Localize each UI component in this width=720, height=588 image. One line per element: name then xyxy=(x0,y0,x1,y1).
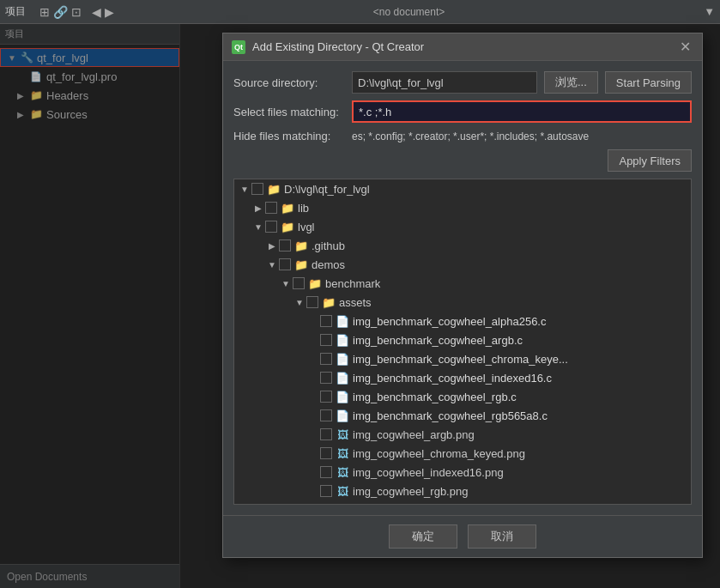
toolbar-dropdown-icon[interactable]: ▼ xyxy=(704,5,715,18)
checkbox-root[interactable] xyxy=(251,183,263,195)
file-tree-container[interactable]: ▼ 📁 D:\lvgl\qt_for_lvgl ▶ 📁 lib ▼ xyxy=(233,179,692,505)
checkbox-f6[interactable] xyxy=(320,409,332,421)
folder-icon-github: 📁 xyxy=(294,239,308,252)
ft-item-f1[interactable]: 📄 img_benchmark_cogwheel_alpha256.c xyxy=(234,312,691,330)
toolbar-icon-link[interactable]: 🔗 xyxy=(53,5,68,19)
ft-label-f1: img_benchmark_cogwheel_alpha256.c xyxy=(353,315,546,328)
ft-item-benchmark[interactable]: ▼ 📁 benchmark xyxy=(234,274,691,293)
select-files-input[interactable] xyxy=(352,100,692,123)
png-file-icon: 🖼 xyxy=(336,484,349,498)
ft-item-f8[interactable]: 🖼 img_cogwheel_chroma_keyed.png xyxy=(234,444,691,463)
toolbar-icon-expand[interactable]: ⊡ xyxy=(71,5,82,19)
checkbox-f9[interactable] xyxy=(320,466,332,478)
hide-files-label: Hide files matching: xyxy=(233,130,345,142)
ft-label-demos: demos xyxy=(312,258,345,271)
apply-filters-button[interactable]: Apply Filters xyxy=(608,149,692,172)
ft-item-lvgl[interactable]: ▼ 📁 lvgl xyxy=(234,217,691,236)
checkbox-f2[interactable] xyxy=(320,334,332,346)
expand-icon: ▶ xyxy=(265,241,279,251)
checkbox-benchmark[interactable] xyxy=(293,277,305,289)
cancel-button[interactable]: 取消 xyxy=(468,524,536,549)
dialog-body: Source directory: 浏览... Start Parsing Se… xyxy=(223,61,702,515)
folder-icon-root: 📁 xyxy=(267,182,281,196)
c-file-icon: 📄 xyxy=(336,352,349,366)
checkbox-f8[interactable] xyxy=(320,447,332,459)
ft-label-f6: img_benchmark_cogwheel_rgb565a8.c xyxy=(353,409,548,422)
ft-item-f5[interactable]: 📄 img_benchmark_cogwheel_rgb.c xyxy=(234,387,691,406)
c-file-icon: 📄 xyxy=(336,371,349,385)
ft-item-f4[interactable]: 📄 img_benchmark_cogwheel_indexed16.c xyxy=(234,368,691,387)
ft-item-f2[interactable]: 📄 img_benchmark_cogwheel_argb.c xyxy=(234,330,691,349)
checkbox-f11[interactable] xyxy=(320,504,332,505)
checkbox-github[interactable] xyxy=(279,239,291,252)
png-file-icon: 🖼 xyxy=(336,427,349,441)
checkbox-f4[interactable] xyxy=(320,372,332,384)
ft-item-f7[interactable]: 🖼 img_cogwheel_argb.png xyxy=(234,425,691,444)
ft-item-f6[interactable]: 📄 img_benchmark_cogwheel_rgb565a8.c xyxy=(234,406,691,425)
toolbar-nav-forward[interactable]: ▶ xyxy=(105,5,114,19)
expand-icon: ▼ xyxy=(279,279,293,288)
folder-icon-benchmark: 📁 xyxy=(308,276,322,290)
dialog-close-button[interactable]: ✕ xyxy=(676,39,693,56)
top-bar-project-label: 项目 xyxy=(5,4,26,19)
checkbox-f7[interactable] xyxy=(320,428,332,440)
folder-icon-assets: 📁 xyxy=(322,295,336,309)
ft-item-f11[interactable]: 📄 lv_font_bechmark_montserrat_12_compr..… xyxy=(234,500,691,505)
checkbox-demos[interactable] xyxy=(279,258,291,270)
ft-item-f10[interactable]: 🖼 img_cogwheel_rgb.png xyxy=(234,482,691,500)
ft-item-lib[interactable]: ▶ 📁 lib xyxy=(234,198,691,217)
ft-label-f2: img_benchmark_cogwheel_argb.c xyxy=(353,334,523,347)
dialog: Qt Add Existing Directory - Qt Creator ✕… xyxy=(222,33,703,558)
dialog-titlebar-icon: Qt xyxy=(232,40,245,54)
source-directory-label: Source directory: xyxy=(233,76,345,89)
expand-icon: ▶ xyxy=(251,203,265,213)
apply-filters-row: Apply Filters xyxy=(233,149,692,172)
ft-item-demos[interactable]: ▼ 📁 demos xyxy=(234,255,691,274)
ft-item-root[interactable]: ▼ 📁 D:\lvgl\qt_for_lvgl xyxy=(234,179,691,198)
checkbox-f10[interactable] xyxy=(320,485,332,497)
c-file-icon: 📄 xyxy=(336,333,349,347)
ft-item-github[interactable]: ▶ 📁 .github xyxy=(234,236,691,255)
png-file-icon: 🖼 xyxy=(336,465,349,479)
checkbox-f5[interactable] xyxy=(320,391,332,403)
top-bar: 项目 ⊞ 🔗 ⊡ ◀ ▶ <no document> ▼ xyxy=(0,0,720,24)
hide-files-row: Hide files matching: es; *.config; *.cre… xyxy=(233,130,692,142)
source-directory-row: Source directory: 浏览... Start Parsing xyxy=(233,71,692,94)
checkbox-lvgl[interactable] xyxy=(265,221,277,233)
browse-button[interactable]: 浏览... xyxy=(544,71,598,94)
expand-icon: ▼ xyxy=(265,260,279,270)
ft-label-f11: lv_font_bechmark_montserrat_12_compr... xyxy=(353,504,565,506)
ft-label-lvgl: lvgl xyxy=(298,221,315,233)
c-file-icon: 📄 xyxy=(336,503,349,505)
top-bar-title: <no document> xyxy=(121,6,697,18)
ft-item-f3[interactable]: 📄 img_benchmark_cogwheel_chroma_keye... xyxy=(234,349,691,368)
ide-background: 项目 ⊞ 🔗 ⊡ ◀ ▶ <no document> ▼ 项目 ▼ 🔧 qt_f… xyxy=(0,0,720,588)
select-files-row: Select files matching: xyxy=(233,100,692,123)
ft-label-github: .github xyxy=(312,239,345,252)
c-file-icon: 📄 xyxy=(336,390,349,403)
confirm-button[interactable]: 确定 xyxy=(389,524,457,549)
ft-label-root: D:\lvgl\qt_for_lvgl xyxy=(284,183,370,196)
hide-files-value: es; *.config; *.creator; *.user*; *.incl… xyxy=(352,130,692,142)
expand-icon: ▼ xyxy=(251,222,265,232)
select-files-label: Select files matching: xyxy=(233,106,345,118)
ft-label-f5: img_benchmark_cogwheel_rgb.c xyxy=(353,391,517,403)
modal-overlay: Qt Add Existing Directory - Qt Creator ✕… xyxy=(0,24,720,588)
start-parsing-button[interactable]: Start Parsing xyxy=(605,71,692,94)
ft-label-f3: img_benchmark_cogwheel_chroma_keye... xyxy=(353,353,568,366)
ft-item-assets[interactable]: ▼ 📁 assets xyxy=(234,293,691,312)
toolbar-nav-back[interactable]: ◀ xyxy=(92,5,101,19)
ft-label-f8: img_cogwheel_chroma_keyed.png xyxy=(353,447,525,460)
checkbox-lib[interactable] xyxy=(265,202,277,214)
toolbar-icon-filter[interactable]: ⊞ xyxy=(39,5,50,19)
c-file-icon: 📄 xyxy=(336,314,349,328)
ft-item-f9[interactable]: 🖼 img_cogwheel_indexed16.png xyxy=(234,463,691,482)
dialog-footer: 确定 取消 xyxy=(223,515,702,557)
source-directory-input[interactable] xyxy=(352,71,537,94)
checkbox-f3[interactable] xyxy=(320,353,332,365)
checkbox-assets[interactable] xyxy=(306,296,318,308)
checkbox-f1[interactable] xyxy=(320,315,332,327)
ft-label-f4: img_benchmark_cogwheel_indexed16.c xyxy=(353,372,552,385)
ft-label-f10: img_cogwheel_rgb.png xyxy=(353,485,468,498)
ft-label-assets: assets xyxy=(339,296,372,309)
